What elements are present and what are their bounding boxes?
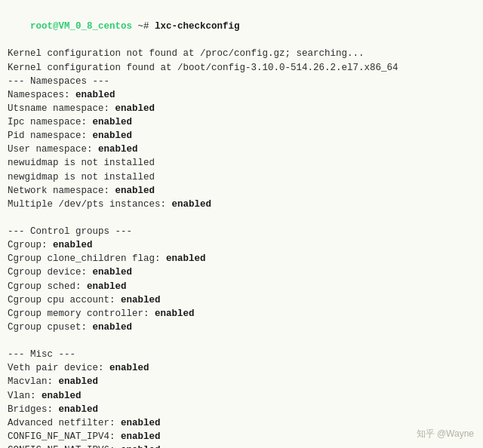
terminal-line: Cgroup cpu account: enabled [8, 293, 475, 307]
terminal-line [8, 211, 475, 225]
terminal-line: Network namespace: enabled [8, 184, 475, 198]
terminal-line: Macvlan: enabled [8, 375, 475, 388]
terminal-line: CONFIG_NF_NAT_IPV6: enabled [8, 443, 475, 448]
terminal-line: Cgroup sched: enabled [8, 280, 475, 293]
terminal-line: Veth pair device: enabled [8, 361, 475, 375]
terminal-output: Kernel configuration not found at /proc/… [8, 47, 475, 448]
terminal-line: Pid namespace: enabled [8, 129, 475, 143]
terminal-line: Multiple /dev/pts instances: enabled [8, 198, 475, 211]
terminal-line: Kernel configuration not found at /proc/… [8, 47, 475, 60]
terminal-line: Cgroup device: enabled [8, 265, 475, 279]
terminal-line: User namespace: enabled [8, 143, 475, 156]
terminal-line: --- Namespaces --- [8, 75, 475, 88]
prompt-user: root@VM_0_8_centos [30, 21, 132, 32]
terminal-line: Cgroup clone_children flag: enabled [8, 252, 475, 265]
terminal-line: newgidmap is not installed [8, 170, 475, 184]
terminal-line: Bridges: enabled [8, 403, 475, 416]
terminal-line: Kernel configuration found at /boot/conf… [8, 61, 475, 75]
terminal-line: Cgroup: enabled [8, 238, 475, 252]
terminal-line: Advanced netfilter: enabled [8, 416, 475, 430]
terminal-line: CONFIG_NF_NAT_IPV4: enabled [8, 430, 475, 443]
terminal-line: Ipc namespace: enabled [8, 115, 475, 129]
prompt-line: root@VM_0_8_centos ~# lxc-checkconfig [8, 6, 475, 47]
terminal-line: --- Control groups --- [8, 225, 475, 238]
terminal-line [8, 334, 475, 348]
terminal-line: Namespaces: enabled [8, 88, 475, 102]
terminal-line: Utsname namespace: enabled [8, 102, 475, 115]
terminal-window: root@VM_0_8_centos ~# lxc-checkconfig Ke… [0, 0, 483, 448]
watermark: 知乎 @Wayne [417, 428, 474, 440]
terminal-line: --- Misc --- [8, 348, 475, 361]
prompt-tilde: ~# [132, 21, 155, 32]
terminal-line: Vlan: enabled [8, 389, 475, 403]
terminal-line: newuidmap is not installed [8, 156, 475, 170]
prompt-cmd: lxc-checkconfig [155, 21, 240, 32]
terminal-line: Cgroup cpuset: enabled [8, 321, 475, 334]
terminal-line: Cgroup memory controller: enabled [8, 307, 475, 321]
